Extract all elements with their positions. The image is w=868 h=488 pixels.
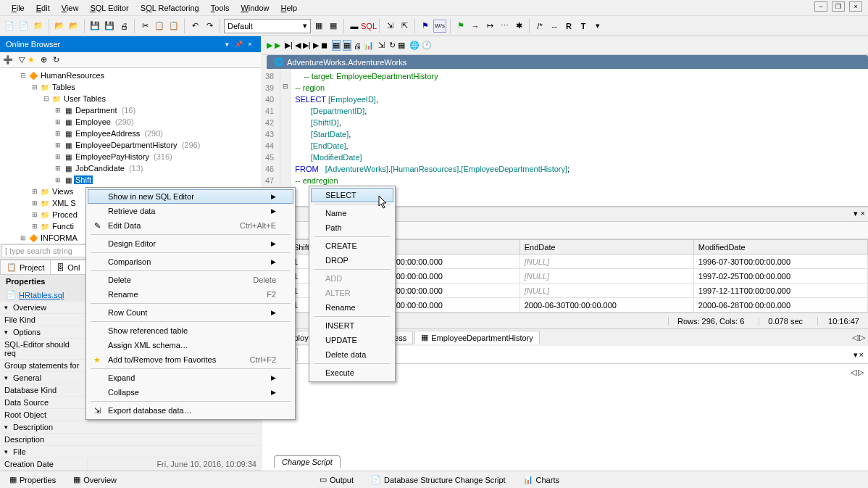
ctx-delete[interactable]: DeleteDelete: [88, 273, 293, 287]
table-row[interactable]: ⊞▦EmployeeDepartmentHistory(296): [1, 139, 259, 151]
r-icon[interactable]: R: [562, 20, 575, 33]
menu-sql-refactoring[interactable]: SQL Refactoring: [135, 2, 205, 14]
sub-delete-data[interactable]: Delete data: [311, 347, 393, 362]
stab-close-icon[interactable]: ×: [859, 350, 864, 360]
menu-view[interactable]: View: [56, 2, 85, 14]
table-row[interactable]: ⊞▦EmployeeAddress(290): [1, 128, 259, 139]
rtab-edh[interactable]: ▦EmployeeDepartmentHistory: [414, 331, 540, 344]
cut-icon[interactable]: ✂: [138, 20, 151, 33]
new-sql-icon[interactable]: 📄: [17, 20, 30, 33]
prop-group-description[interactable]: ▾Description: [0, 421, 261, 434]
new-project-icon[interactable]: 📁: [32, 20, 45, 33]
ctx-edit-data[interactable]: ✎Edit DataCtrl+Alt+E: [88, 218, 293, 233]
locate-icon[interactable]: ⊕: [41, 55, 47, 65]
open-project-icon[interactable]: 📂: [67, 20, 80, 33]
menu-file[interactable]: File: [6, 2, 30, 14]
ctx-show-ref[interactable]: Show referenced table: [88, 323, 293, 338]
nav2-icon[interactable]: ◀: [295, 41, 301, 50]
minimize-button[interactable]: –: [814, 1, 827, 12]
ctx-design-editor[interactable]: Design Editor▶: [88, 236, 293, 251]
tab-icon[interactable]: ▦: [398, 41, 405, 50]
nav4-icon[interactable]: ▶: [313, 41, 319, 50]
save-icon[interactable]: 💾: [88, 20, 101, 33]
sub-insert[interactable]: INSERT: [311, 318, 393, 333]
grid-icon[interactable]: ▦: [332, 40, 341, 51]
export2-icon[interactable]: ⇲: [378, 41, 385, 50]
execute-icon[interactable]: ▶: [267, 41, 272, 50]
ctx-collapse[interactable]: Collapse▶: [88, 385, 293, 400]
menu-window[interactable]: Window: [235, 2, 275, 14]
execute-step-icon[interactable]: ▶: [275, 41, 280, 50]
sub-name[interactable]: Name: [311, 206, 393, 220]
sub-create[interactable]: CREATE: [311, 239, 393, 253]
prop-group-file[interactable]: ▾File: [0, 446, 261, 458]
undo-icon[interactable]: ↶: [188, 20, 201, 33]
table-row[interactable]: ⊞▦JobCandidate(13): [1, 162, 259, 174]
stab-drop-icon[interactable]: ▾: [854, 350, 858, 360]
btab-dbchange[interactable]: 📄Database Structure Change Script: [364, 473, 512, 487]
sub-update[interactable]: UPDATE: [311, 333, 393, 347]
ctx-row-count[interactable]: Row Count▶: [88, 305, 293, 320]
col-enddate[interactable]: EndDate: [519, 240, 693, 255]
menu-help[interactable]: Help: [275, 2, 304, 14]
target-combo[interactable]: Default▾: [224, 19, 311, 33]
tree-tables[interactable]: ⊟📁Tables: [1, 81, 259, 93]
sql-icon[interactable]: SQL: [362, 20, 375, 33]
table-row[interactable]: ⊞▦Department(16): [1, 104, 259, 116]
rtab-prev-icon[interactable]: ◁: [852, 333, 858, 342]
schema-icon[interactable]: ▦: [327, 20, 340, 33]
new-file-icon[interactable]: 📄: [3, 20, 16, 33]
sub-select[interactable]: SELECT: [311, 188, 393, 202]
print-icon[interactable]: 🖨: [117, 20, 130, 33]
redo-icon[interactable]: ↷: [203, 20, 216, 33]
add-item-icon[interactable]: ➕: [3, 55, 13, 65]
results-close-icon[interactable]: ×: [861, 209, 865, 218]
dots-icon[interactable]: ⋯: [498, 20, 511, 33]
favorite-icon[interactable]: ★: [28, 55, 35, 65]
restore-button[interactable]: ❐: [832, 1, 845, 12]
refresh-icon[interactable]: ↻: [53, 55, 59, 65]
btab-overview[interactable]: ▦Overview: [67, 473, 123, 487]
flag-icon[interactable]: ⚑: [419, 20, 432, 33]
chart-icon[interactable]: 📊: [364, 41, 374, 50]
ctx-assign-xml[interactable]: Assign XML schema…: [88, 338, 293, 352]
save-all-icon[interactable]: 💾: [103, 20, 116, 33]
menu-edit[interactable]: Edit: [30, 2, 56, 14]
sub-drop[interactable]: DROP: [311, 253, 393, 268]
menu-tools[interactable]: Tools: [205, 2, 235, 14]
close-panel-icon[interactable]: ×: [245, 39, 255, 49]
connect-icon[interactable]: ▦: [312, 20, 325, 33]
tab-project[interactable]: 📋Project: [0, 260, 51, 274]
arrow2-icon[interactable]: ↦: [483, 20, 496, 33]
sub-path[interactable]: Path: [311, 220, 393, 235]
btab-charts[interactable]: 📊Charts: [517, 473, 566, 487]
col-modifieddate[interactable]: ModifiedDate: [693, 240, 867, 255]
globe-icon[interactable]: 🌐: [409, 41, 420, 50]
prev-icon[interactable]: ◁: [851, 368, 856, 377]
table-shift[interactable]: ⊞▦Shift: [1, 174, 259, 186]
ctx-rename[interactable]: RenameF2: [88, 287, 293, 302]
db-icon[interactable]: ▬: [348, 20, 361, 33]
rtab-next-icon[interactable]: ▷: [859, 333, 865, 342]
tab-online[interactable]: 🗄Onl: [50, 260, 86, 274]
export-icon[interactable]: ⇲: [383, 20, 396, 33]
fold-column[interactable]: ⊟: [280, 69, 291, 206]
sub-execute[interactable]: Execute: [311, 365, 393, 380]
refresh2-icon[interactable]: ↻: [389, 41, 396, 50]
grid2-icon[interactable]: ▦: [343, 40, 351, 51]
next-icon[interactable]: ▷: [858, 368, 864, 377]
marker1-icon[interactable]: ⚑: [454, 20, 467, 33]
submenu[interactable]: SELECT Name Path CREATE DROP ADD ALTER R…: [309, 186, 396, 382]
print2-icon[interactable]: 🖨: [354, 41, 362, 50]
tree-user-tables[interactable]: ⊟📁User Tables: [1, 93, 259, 104]
btab-output[interactable]: ▭Output: [313, 473, 360, 487]
ctx-comparison[interactable]: Comparison▶: [88, 255, 293, 269]
table-row[interactable]: ⊞▦EmployeePayHistory(316): [1, 151, 259, 162]
btab-properties[interactable]: ▦Properties: [3, 473, 62, 487]
ctx-retrieve-data[interactable]: Retrieve data▶: [88, 204, 293, 218]
table-row[interactable]: ⊞▦Employee(290): [1, 116, 259, 128]
drop-icon[interactable]: ▾: [591, 20, 604, 33]
copy-icon[interactable]: 📋: [153, 20, 166, 33]
clock-icon[interactable]: 🕐: [422, 41, 432, 50]
nav1-icon[interactable]: ▶|: [285, 41, 293, 50]
